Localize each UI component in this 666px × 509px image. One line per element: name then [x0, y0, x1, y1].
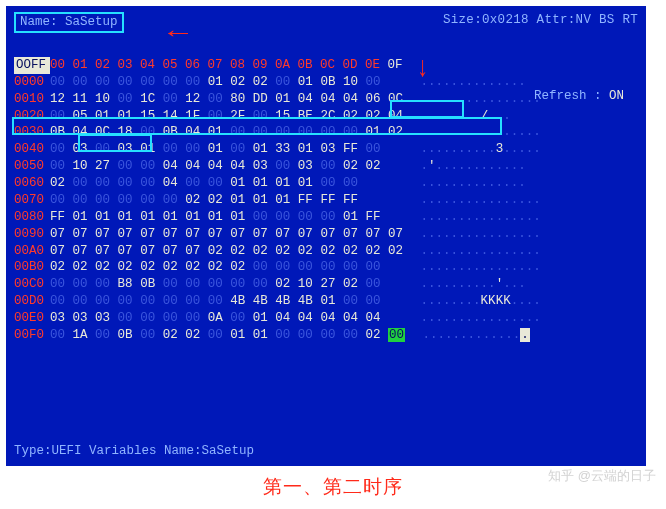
hex-row[interactable]: 00D000 00 00 00 00 00 00 00 4B 4B 4B 4B … [14, 293, 638, 310]
hex-row[interactable]: 005000 10 27 00 00 04 04 04 04 03 00 03 … [14, 158, 638, 175]
hex-viewer-window: Name: SaSetup Size:0x0218 Attr:NV BS RT … [6, 6, 646, 466]
column-header-bytes: 00 01 02 03 04 05 06 07 08 09 0A 0B 0C 0… [50, 57, 403, 74]
hex-row[interactable]: 00A007 07 07 07 07 07 07 02 02 02 02 02 … [14, 243, 638, 260]
watermark: 知乎 @云端的日子 [548, 467, 656, 485]
hex-row[interactable]: 00B002 02 02 02 02 02 02 02 02 00 00 00 … [14, 259, 638, 276]
hex-row[interactable]: 0080FF 01 01 01 01 01 01 01 01 00 00 00 … [14, 209, 638, 226]
refresh-indicator[interactable]: Refresh : ON [534, 88, 624, 105]
size-attr-label: Size:0x0218 Attr:NV BS RT [443, 12, 638, 33]
footer-status: Type:UEFI Variables Name:SaSetup [14, 443, 254, 460]
hex-dump-body[interactable]: 000000 00 00 00 00 00 00 01 02 02 00 01 … [14, 74, 638, 344]
hex-row[interactable]: 00E003 03 03 00 00 00 00 0A 00 01 04 04 … [14, 310, 638, 327]
hex-row[interactable]: 007000 00 00 00 00 00 02 02 01 01 01 FF … [14, 192, 638, 209]
hex-row[interactable]: 00300B 04 0C 18 00 0B 04 01 00 00 00 00 … [14, 124, 638, 141]
column-header-row: OOFF 00 01 02 03 04 05 06 07 08 09 0A 0B… [14, 57, 638, 74]
column-header-lead: OOFF [14, 57, 50, 74]
refresh-label: Refresh : [534, 89, 609, 103]
annotation-arrow-right: ← [168, 18, 188, 50]
header-bar: Name: SaSetup Size:0x0218 Attr:NV BS RT [14, 12, 638, 33]
variable-name-box: Name: SaSetup [14, 12, 124, 33]
annotation-arrow-down: ↓ [416, 50, 429, 89]
hex-row[interactable]: 00C000 00 00 B8 0B 00 00 00 00 00 02 10 … [14, 276, 638, 293]
hex-row[interactable]: 00F000 1A 00 0B 00 02 02 00 01 01 00 00 … [14, 327, 638, 344]
hex-row[interactable]: 004000 03 00 03 01 00 00 01 00 01 33 01 … [14, 141, 638, 158]
hex-row[interactable]: 002000 05 01 01 15 14 1F 00 2F 00 15 BE … [14, 108, 638, 125]
hex-row[interactable]: 009007 07 07 07 07 07 07 07 07 07 07 07 … [14, 226, 638, 243]
refresh-value: ON [609, 89, 624, 103]
hex-row[interactable]: 006002 00 00 00 00 04 00 00 01 01 01 01 … [14, 175, 638, 192]
